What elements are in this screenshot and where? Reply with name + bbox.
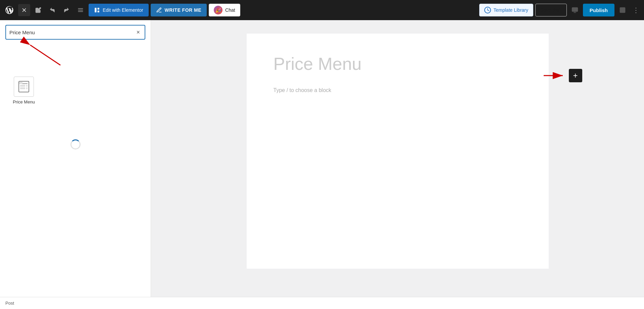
chat-avatar: 🎉	[214, 6, 222, 14]
edit-elementor-label: Edit with Elementor	[103, 7, 143, 13]
more-options-icon: ⋮	[633, 6, 640, 14]
svg-rect-4	[98, 8, 99, 9]
search-arrow-annotation	[10, 42, 151, 69]
svg-rect-10	[620, 8, 625, 13]
sidebar: ×	[0, 20, 151, 297]
more-options-button[interactable]: ⋮	[631, 5, 641, 15]
edit-with-elementor-button[interactable]: Edit with Elementor	[89, 4, 149, 16]
publish-button[interactable]: Publish	[583, 4, 614, 16]
page-title: Price Menu	[274, 54, 522, 74]
svg-rect-3	[95, 8, 96, 12]
template-library-label: Template Library	[494, 7, 529, 13]
svg-rect-22	[19, 82, 22, 84]
loading-spinner	[70, 139, 81, 149]
close-button[interactable]	[18, 4, 30, 16]
add-block-button[interactable]: +	[569, 69, 582, 82]
chat-label: Chat	[225, 7, 235, 13]
svg-rect-7	[572, 8, 578, 12]
publish-label: Publish	[590, 7, 608, 13]
write-for-me-label: WRITE FOR ME	[165, 7, 201, 13]
red-arrow-left	[23, 42, 64, 69]
svg-line-13	[30, 45, 60, 65]
price-menu-block-result[interactable]: Price Menu	[5, 71, 42, 110]
search-input[interactable]	[9, 30, 135, 35]
red-arrow-right	[542, 71, 569, 81]
save-draft-label: Save draft	[540, 7, 562, 13]
toolbar: Edit with Elementor WRITE FOR ME 🎉 Chat …	[0, 0, 644, 20]
page-content: Price Menu Type / to choose a block +	[247, 34, 549, 269]
chat-button[interactable]: 🎉 Chat	[209, 4, 240, 16]
loading-spinner-container	[0, 139, 151, 149]
sidebar-toggle-button[interactable]	[616, 4, 629, 16]
svg-rect-5	[98, 11, 99, 12]
main-layout: ×	[0, 20, 644, 297]
canvas[interactable]: Price Menu Type / to choose a block +	[151, 20, 644, 297]
status-bar-label: Post	[5, 301, 14, 306]
write-for-me-button[interactable]: WRITE FOR ME	[151, 4, 207, 16]
save-draft-button[interactable]: Save draft	[535, 4, 567, 16]
block-placeholder[interactable]: Type / to choose a block	[274, 87, 522, 93]
list-view-button[interactable]	[75, 4, 87, 16]
redo-button[interactable]	[60, 4, 72, 16]
status-bar: Post	[0, 297, 644, 309]
search-clear-button[interactable]: ×	[135, 28, 141, 37]
price-menu-block-label: Price Menu	[13, 99, 35, 104]
undo-button[interactable]	[46, 4, 58, 16]
edit-icon-button[interactable]	[32, 4, 44, 16]
search-box: ×	[5, 25, 145, 40]
price-menu-block-icon	[14, 77, 34, 97]
add-block-area: +	[542, 69, 582, 82]
desktop-preview-button[interactable]	[569, 4, 581, 16]
wp-logo[interactable]	[3, 3, 16, 17]
template-library-button[interactable]: Template Library	[479, 4, 534, 16]
